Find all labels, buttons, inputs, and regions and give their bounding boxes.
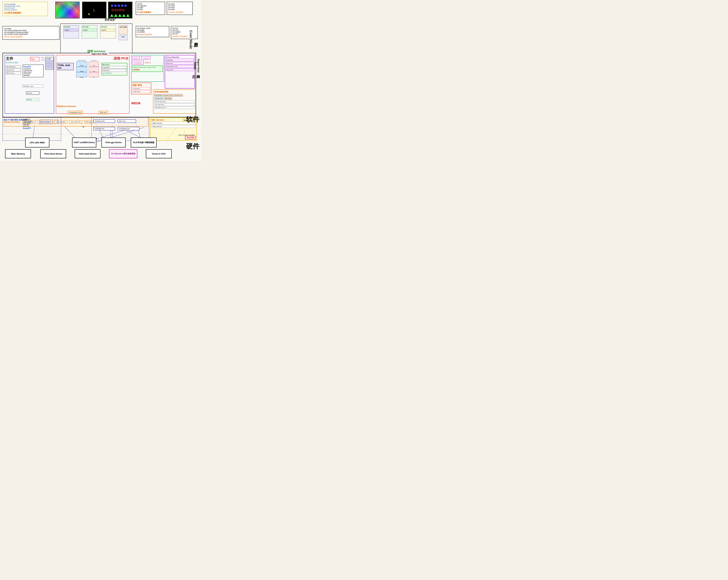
block-device-trait-box: Block Device trait (40, 120, 58, 124)
virtio-input-hw-box: Virtio-input Device (75, 149, 101, 158)
thread2-box: thread2 stack2 (82, 25, 98, 39)
virt-machine-box: Virt Machine 硬件参数模型 (109, 149, 137, 158)
file-syscalls-label: 文件相关 系統調用 (168, 11, 191, 14)
fd-table-box: fd table (45, 57, 54, 70)
signals-text: signals signal mask signal actions (133, 67, 162, 68)
file-syscalls-box: sys.open sys.close sys.read sys.write 文件… (167, 2, 193, 15)
platform-drivers-label: Platform Drivers (57, 105, 76, 108)
scheduler-box: 调度 管理 wait queue ready queue (131, 83, 151, 94)
kernel-mem-area-box: MemArea (166, 62, 194, 65)
plic-label: PLIC平台级 中断控制器 (133, 141, 154, 144)
plic-box: PLIC平台级 中断控制器 (131, 137, 157, 148)
signals-box: signals signal mask signal actions 信号机制 (132, 66, 163, 72)
ipc-syscalls-box: sys.kill sys.sigaction sys.pipe sys.dup … (136, 2, 165, 15)
easyfs-sa-items: superblock inode bitmap data bitmap inod… (23, 119, 40, 127)
kernel-memset-box: Kernel MemSet PageTable MemArea PhyPageF… (165, 55, 195, 89)
pcb-label: 进程 PCB (114, 56, 128, 61)
ipc-syscalls-items: sys.kill sys.sigaction sys.pipe sys.dup (137, 3, 164, 10)
easyfs-box: EasyFS superblock inode bitmap data bitm… (23, 65, 44, 77)
semaphore-box: semaphore (132, 61, 144, 65)
condvar-box: condvar (141, 56, 151, 60)
sync-syscalls-label: 同步互斥相关系統調用 (4, 35, 58, 38)
ctx-label-2: ctx (89, 70, 99, 72)
stdin-label: stdin (41, 57, 44, 58)
easyfs-standalone-box: 独立于 操作系统 的软件库 superblock inode bitmap da… (2, 117, 61, 141)
virt-machine-conf-box: Virt Macine Conf (68, 111, 83, 114)
main-memory-label: Main Memory (11, 153, 25, 155)
virt-machine-label: Virt Machine 硬件参数模型 (111, 152, 135, 155)
stack2-label: stack2 (82, 29, 97, 31)
kernel-stack-label: kernel stack (76, 59, 87, 61)
mem-area-box: MemArea (102, 69, 126, 72)
thread-syscalls-box: sys.thread_create sys.gettid sys.waittid… (136, 26, 169, 37)
blk-interface-box: Blk Interface (6, 72, 21, 74)
main-diagram: L sys.framebuffer sys.f (0, 0, 201, 161)
easyfs-sa-label: EasyFS (23, 127, 40, 129)
trap-ctx-column: Trap ctx (89, 59, 99, 78)
kernel-page-table-box: PageTable (166, 59, 194, 61)
easyfs-standalone-items: superblock inode bitmap data bitmap inod… (23, 119, 40, 129)
stdout-label: stdout (41, 59, 45, 61)
virtio-input-hw-label: Virtio-input Device (79, 153, 97, 155)
virtio-gpu-drv-box: virtio-GPU Drv (69, 120, 82, 124)
ipc-syscalls-label: IPC相关系統調用 (137, 11, 164, 14)
mutex-box: mutex (132, 56, 140, 60)
user-mode-label: 用户态User Mode (189, 30, 199, 49)
trap-ctx-label: Trap ctx (89, 59, 99, 61)
global-var-box: 全局 变量 (119, 25, 128, 34)
easyfs-items: superblock inode bitmap data bitmap inod… (24, 68, 43, 76)
virtio-gpu-hw-box: Virtio-gpu Device (101, 137, 126, 148)
hardware-section: qemu-system-riscv64 CPU with MMU UART ns… (2, 137, 198, 159)
trap-handler-box: Trap Handler (154, 94, 162, 97)
thread3-label: thread3 (101, 26, 115, 28)
wait-queue-box: wait queue (132, 87, 150, 90)
usr-trap-entry-box: Usr Trap Entry (154, 103, 194, 106)
heap-alloc-box: Heap Alloc (166, 68, 194, 71)
pipe-box: Pipe (30, 57, 40, 61)
virtio-gpu-hw-label: Virtio-gpu Device (105, 141, 122, 144)
software-label: 软件 (186, 115, 200, 124)
file-section-box: 文件 文件系统 管理层 BlockManager BlockCache Blk … (5, 55, 54, 114)
signal-label: 信号机制 (133, 69, 162, 71)
cpu-mmu-box: CPU with MMU (25, 137, 49, 148)
virtio-input-drv-box: VirtIOInput Drv (118, 127, 139, 130)
tcbs-box: TCBs .task ctx (57, 63, 74, 70)
sync-signal-box: mutex condvar semaphore 同步互斥 signals sig… (131, 55, 164, 82)
main-memory-box: Main Memory (5, 149, 31, 158)
virtio-drivers-box: VirtIOGpu Drv HAL trait VirtIOBlk Drv Vi… (91, 117, 149, 141)
page-table-box: PageTable (102, 66, 126, 69)
kernel-mode-container: Supervisor Mode 文件 文件系统 管理层 BlockManager… (2, 53, 196, 117)
thread3-box: thread3 stack3 (100, 25, 116, 39)
sbi-request-box: SBI request (165, 97, 172, 100)
scheduler-title: 调度 管理 (132, 84, 150, 87)
uart-label: UART ns16550 Device (74, 141, 95, 144)
stack1-label: stack1 (64, 29, 78, 31)
black-screen-graphic: L (82, 2, 106, 19)
syscall-service-box: syscall service (174, 94, 183, 97)
virtio-blk-drv-box: VirtIOBlk Drv (93, 127, 115, 130)
ctx-label-1: ctx (89, 65, 99, 66)
supervisor-label: Supervisor Mode (90, 52, 109, 55)
stack-label-3: stack (76, 76, 87, 78)
cpu-mmu-label: CPU with MMU (30, 141, 45, 144)
external-device-box: external device (154, 97, 164, 100)
ready-queue-box: ready queue (132, 90, 150, 93)
thread1-box: thread1 stack1 (63, 25, 79, 39)
os-inode-box: OSInode (26, 91, 40, 95)
fd-table-label: fd table (46, 58, 53, 59)
kernel-memset-title: Kernel MemSet (166, 56, 194, 58)
block-cache-box: BlockCache (6, 69, 21, 71)
interrupt-row: external device SBI request (154, 97, 194, 100)
disk-inode-box: DiskInode +data (23, 85, 44, 88)
block-manager-box: BlockManager (6, 66, 21, 68)
virtio-block-hw-label: Virtio-block Device (44, 153, 62, 155)
stack-label-2: stack (76, 70, 87, 72)
file-data-box: file data (26, 98, 40, 101)
kernel-stack-column: kernel stack (76, 59, 87, 78)
thread2-label: thread2 (82, 26, 97, 28)
schedule-switch-label: 调度切换 (131, 102, 140, 105)
supervisor-mode-side-label: SupervisorMode (193, 59, 200, 73)
heap-large-label: heaP (104, 16, 116, 22)
exception-service-inner: exception service (163, 94, 174, 97)
heap-box: heap (119, 35, 128, 40)
